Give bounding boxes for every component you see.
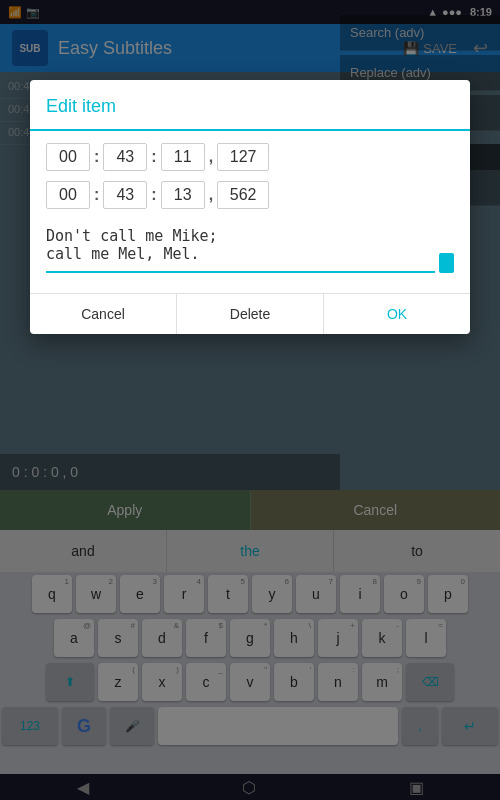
text-cursor xyxy=(439,253,454,273)
start-hour-field[interactable] xyxy=(46,143,90,171)
dialog-title: Edit item xyxy=(30,80,470,131)
end-ms-field[interactable] xyxy=(217,181,269,209)
dialog-overlay: Edit item : : , : : , xyxy=(0,0,500,800)
end-hour-field[interactable] xyxy=(46,181,90,209)
dialog-delete-button[interactable]: Delete xyxy=(177,294,324,334)
start-minute-field[interactable] xyxy=(103,143,147,171)
subtitle-text-input[interactable]: Don't call me Mike; call me Mel, Mel. xyxy=(46,223,435,273)
dialog-cancel-button[interactable]: Cancel xyxy=(30,294,177,334)
end-time-row: : : , xyxy=(46,181,454,209)
start-time-row: : : , xyxy=(46,143,454,171)
subtitle-text-container: Don't call me Mike; call me Mel, Mel. xyxy=(46,219,454,273)
dialog-ok-button[interactable]: OK xyxy=(324,294,470,334)
start-ms-field[interactable] xyxy=(217,143,269,171)
end-second-field[interactable] xyxy=(161,181,205,209)
start-second-field[interactable] xyxy=(161,143,205,171)
dialog-actions: Cancel Delete OK xyxy=(30,293,470,334)
dialog-body: : : , : : , Don't call me Mike; call me … xyxy=(30,131,470,285)
end-minute-field[interactable] xyxy=(103,181,147,209)
edit-item-dialog: Edit item : : , : : , xyxy=(30,80,470,334)
